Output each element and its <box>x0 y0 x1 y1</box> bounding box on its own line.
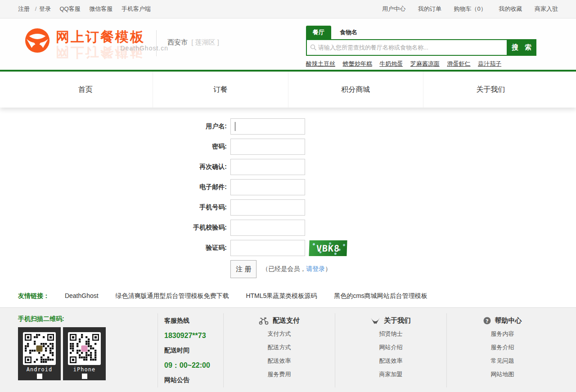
footer-link[interactable]: 支付方式 <box>224 327 335 341</box>
delivery-time-label: 配送时间 <box>164 343 223 358</box>
username-field[interactable] <box>230 118 305 135</box>
search-input[interactable] <box>307 40 507 55</box>
captcha-image[interactable]: VBK8 <box>309 240 347 256</box>
register-form: 用户名: 密码: 再次确认: 电子邮件: 手机号码: 手机校验码: 验证码: V… <box>0 108 576 278</box>
footer-column-about: 关于我们 招贤纳士 网站介绍 配送效率 商家加盟 <box>335 313 446 387</box>
hot-keywords: 酸辣土豆丝 螃蟹炒年糕 牛奶炖蛋 芝麻酱凉面 滑蛋虾仁 蒜汁茄子 <box>306 60 536 68</box>
footer-link[interactable]: 商家加盟 <box>335 368 446 381</box>
topbar: 注册 / 登录 QQ客服 微信客服 手机客户端 用户中心 我的订单 购物车（0）… <box>0 0 576 18</box>
friend-link[interactable]: 绿色清爽版通用型后台管理模板免费下载 <box>116 292 229 299</box>
hot-keyword-link[interactable]: 滑蛋虾仁 <box>447 60 471 67</box>
confirm-password-label: 再次确认: <box>18 163 230 171</box>
tab-restaurant[interactable]: 餐厅 <box>306 26 331 39</box>
qr-section: 手机扫描二维码: <box>18 313 158 387</box>
svg-text:?: ? <box>486 318 488 324</box>
about-brand-icon <box>371 317 380 324</box>
mobile-client-link[interactable]: 手机客户端 <box>122 5 151 12</box>
footer-link[interactable]: 服务内容 <box>447 327 558 341</box>
footer-link[interactable]: 网站介绍 <box>335 341 446 354</box>
nav-item-home[interactable]: 首页 <box>18 72 153 108</box>
friend-link[interactable]: 黑色的cms商城网站后台管理模板 <box>334 292 428 299</box>
note-suffix: ） <box>325 265 331 272</box>
friend-links: 友情链接： DeathGhost 绿色清爽版通用型后台管理模板免费下载 HTML… <box>18 282 558 307</box>
nav-item-order[interactable]: 订餐 <box>153 72 288 108</box>
password-field[interactable] <box>230 139 305 155</box>
sms-code-label: 手机校验码: <box>18 224 230 232</box>
nav-item-about[interactable]: 关于我们 <box>423 72 558 108</box>
captcha-label: 验证码: <box>18 244 230 252</box>
qr-dot <box>82 374 87 379</box>
my-favorites-link[interactable]: 我的收藏 <box>499 5 522 12</box>
friend-link[interactable]: DeathGhost <box>65 292 99 299</box>
user-center-link[interactable]: 用户中心 <box>382 5 405 12</box>
footer: 手机扫描二维码: <box>0 307 576 392</box>
search-module: 餐厅 食物名 搜 索 酸辣土豆丝 螃蟹炒年糕 牛奶炖蛋 芝麻酱凉面 滑蛋虾仁 <box>306 26 536 68</box>
footer-link[interactable]: 招贤纳士 <box>335 327 446 341</box>
hot-keyword-link[interactable]: 酸辣土豆丝 <box>306 60 335 67</box>
email-field[interactable] <box>230 179 305 195</box>
footer-column-delivery: 配送支付 支付方式 配送方式 配送效率 服务费用 <box>223 313 335 387</box>
qq-service-link[interactable]: QQ客服 <box>60 5 81 12</box>
hot-keyword-link[interactable]: 蒜汁茄子 <box>478 60 501 67</box>
footer-link[interactable]: 服务介绍 <box>447 341 558 354</box>
delivery-icon <box>259 317 269 325</box>
friend-link[interactable]: HTML5果蔬菜类模板源码 <box>246 292 317 299</box>
location-city[interactable]: 西安市 <box>167 38 188 46</box>
search-tabs: 餐厅 食物名 <box>306 26 536 39</box>
email-label: 电子邮件: <box>18 183 230 191</box>
footer-column-title: 帮助中心 <box>495 316 522 325</box>
hot-keyword-link[interactable]: 芝麻酱凉面 <box>410 60 440 67</box>
hotline-label: 客服热线 <box>164 313 223 328</box>
captcha-field[interactable] <box>230 240 305 256</box>
tab-food-name[interactable]: 食物名 <box>333 26 364 39</box>
footer-link[interactable]: 配送方式 <box>224 341 335 354</box>
help-icon: ? <box>483 317 491 324</box>
site-subtitle: DeathGhost.cn <box>121 45 168 52</box>
qr-section-title: 手机扫描二维码: <box>18 315 158 323</box>
footer-link[interactable]: 网站地图 <box>447 368 558 381</box>
footer-column-help: ? 帮助中心 服务内容 服务介绍 常见问题 网站地图 <box>446 313 558 387</box>
footer-link[interactable]: 常见问题 <box>447 354 558 368</box>
cart-link[interactable]: 购物车（0） <box>454 5 486 12</box>
location-district[interactable]: [ 莲湖区 ] <box>191 38 219 46</box>
note-prefix: （已经是会员， <box>262 265 306 272</box>
footer-link[interactable]: 配送效率 <box>224 354 335 368</box>
header: 网上订餐模板 网上订餐模板 DeathGhost.cn 西安市 [ 莲湖区 ] … <box>0 18 576 72</box>
nav-item-points-mall[interactable]: 积分商城 <box>288 72 423 108</box>
register-link[interactable]: 注册 <box>18 5 30 12</box>
search-bar: 搜 索 <box>306 39 536 56</box>
qr-dot <box>37 374 42 379</box>
register-button[interactable]: 注 册 <box>230 260 256 278</box>
footer-link[interactable]: 配送效率 <box>335 354 446 368</box>
phone-field[interactable] <box>230 199 305 216</box>
separator: / <box>35 5 37 12</box>
search-button[interactable]: 搜 索 <box>507 40 536 55</box>
site-notice-label[interactable]: 网站公告 <box>164 373 223 387</box>
hot-keyword-link[interactable]: 牛奶炖蛋 <box>379 60 403 67</box>
login-link[interactable]: 登录 <box>39 5 51 12</box>
logo[interactable]: 网上订餐模板 网上订餐模板 DeathGhost.cn <box>24 24 168 59</box>
login-here-link[interactable]: 请登录 <box>306 265 325 272</box>
qr-label-android: Android <box>18 366 61 373</box>
friend-links-label: 友情链接： <box>18 292 50 299</box>
location-selector[interactable]: 西安市 [ 莲湖区 ] <box>167 38 219 47</box>
topbar-left: 注册 / 登录 QQ客服 微信客服 手机客户端 <box>18 5 158 13</box>
username-label: 用户名: <box>18 122 230 131</box>
site-title: 网上订餐模板 <box>56 30 168 44</box>
wechat-service-link[interactable]: 微信客服 <box>89 5 112 12</box>
merchant-join-link[interactable]: 商家入驻 <box>535 5 558 12</box>
qr-label-iphone: iPhone <box>63 366 106 373</box>
confirm-password-field[interactable] <box>230 159 305 175</box>
sms-code-field[interactable] <box>230 220 305 236</box>
logo-text: 网上订餐模板 网上订餐模板 DeathGhost.cn <box>56 24 168 59</box>
footer-link[interactable]: 服务费用 <box>224 368 335 381</box>
qr-code-android: Android <box>18 327 61 380</box>
hot-keyword-link[interactable]: 螃蟹炒年糕 <box>343 60 372 67</box>
divider <box>156 30 157 56</box>
hotline-phone: 1830927**73 <box>164 328 223 343</box>
phone-label: 手机号码: <box>18 203 230 212</box>
search-icon <box>310 44 317 51</box>
my-orders-link[interactable]: 我的订单 <box>418 5 441 12</box>
topbar-right: 用户中心 我的订单 购物车（0） 我的收藏 商家入驻 <box>371 5 558 13</box>
login-note: （已经是会员，请登录） <box>262 265 331 273</box>
